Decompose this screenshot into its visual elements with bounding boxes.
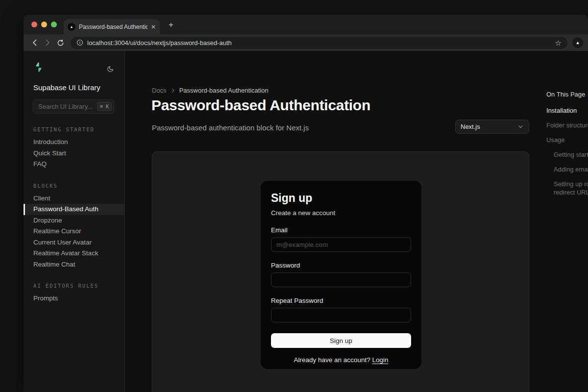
sidebar-item-realtime-cursor[interactable]: Realtime Cursor bbox=[24, 226, 124, 237]
tab-close-icon[interactable]: ✕ bbox=[151, 24, 156, 30]
toc-title: On This Page bbox=[546, 91, 588, 98]
tab-title: Password-based Authentication bbox=[79, 24, 147, 30]
page-subtitle: Password-based authentication block for … bbox=[152, 123, 309, 132]
minimize-window-button[interactable] bbox=[41, 22, 47, 27]
breadcrumb-current: Password-based Authentication bbox=[179, 87, 269, 94]
password-input[interactable] bbox=[271, 272, 411, 287]
reload-button[interactable] bbox=[54, 36, 67, 49]
sidebar-item-password-based-auth[interactable]: Password-Based Auth bbox=[24, 204, 124, 215]
nav-section-getting-started: GETTING STARTED Introduction Quick Start… bbox=[24, 126, 124, 170]
sidebar-item-faq[interactable]: FAQ bbox=[24, 159, 124, 170]
window-controls bbox=[31, 22, 57, 27]
signup-card-subtitle: Create a new account bbox=[271, 209, 411, 217]
chevron-right-icon bbox=[170, 88, 176, 94]
info-icon[interactable] bbox=[76, 39, 83, 46]
close-window-button[interactable] bbox=[31, 22, 37, 27]
component-preview-panel: Sign up Create a new account Email Passw… bbox=[152, 151, 529, 392]
password-field-group: Password bbox=[271, 262, 411, 287]
forward-button[interactable] bbox=[41, 36, 54, 49]
supabase-logo-icon[interactable] bbox=[33, 62, 44, 73]
on-this-page-nav: On This Page Installation Folder structu… bbox=[546, 91, 588, 203]
toc-item-folder-structure[interactable]: Folder structure bbox=[546, 121, 588, 129]
main-content: Docs Password-based Authentication Passw… bbox=[125, 51, 588, 392]
back-button[interactable] bbox=[28, 36, 41, 49]
vercel-logo-icon: ▲ bbox=[68, 23, 75, 31]
repeat-password-field-group: Repeat Password bbox=[271, 297, 411, 322]
email-label: Email bbox=[271, 226, 411, 234]
email-input[interactable] bbox=[271, 237, 411, 252]
new-tab-button[interactable]: + bbox=[169, 21, 173, 29]
browser-toolbar: localhost:3004/ui/docs/nextjs/password-b… bbox=[24, 34, 588, 51]
sidebar-item-current-user-avatar[interactable]: Current User Avatar bbox=[24, 237, 124, 248]
repeat-password-input[interactable] bbox=[271, 308, 411, 322]
nav-section-header: AI EDITORS RULES bbox=[24, 283, 124, 289]
sidebar: Supabase UI Library ⌘ K GETTING STARTED … bbox=[24, 51, 125, 392]
toc-item-installation[interactable]: Installation bbox=[546, 106, 588, 115]
profile-avatar[interactable]: ▲ bbox=[572, 37, 583, 48]
toc-item-getting-started[interactable]: Getting started bbox=[554, 150, 588, 159]
url-text: localhost:3004/ui/docs/nextjs/password-b… bbox=[87, 39, 551, 47]
nav-section-header: GETTING STARTED bbox=[24, 126, 124, 132]
signup-card-footer: Already have an account? Login bbox=[271, 356, 411, 364]
password-label: Password bbox=[271, 262, 411, 269]
sidebar-item-dropzone[interactable]: Dropzone bbox=[24, 215, 124, 226]
toc-item-adding-email[interactable]: Adding email confirmation bbox=[554, 165, 588, 173]
signup-submit-button[interactable]: Sign up bbox=[271, 333, 411, 348]
sidebar-item-client[interactable]: Client bbox=[24, 193, 124, 204]
sidebar-item-realtime-chat[interactable]: Realtime Chat bbox=[24, 259, 124, 270]
nav-section-ai-editors-rules: AI EDITORS RULES Prompts bbox=[24, 283, 124, 304]
page-viewport: Supabase UI Library ⌘ K GETTING STARTED … bbox=[24, 51, 588, 392]
page-title: Password-based Authentication bbox=[151, 97, 370, 114]
email-field-group: Email bbox=[271, 226, 411, 252]
url-bar[interactable]: localhost:3004/ui/docs/nextjs/password-b… bbox=[71, 37, 567, 49]
signup-card-title: Sign up bbox=[271, 192, 411, 205]
repeat-password-label: Repeat Password bbox=[271, 297, 411, 304]
browser-tab[interactable]: ▲ Password-based Authentication ✕ bbox=[64, 19, 160, 34]
bookmark-star-icon[interactable]: ☆ bbox=[555, 39, 562, 47]
tab-strip: ▲ Password-based Authentication ✕ + bbox=[24, 15, 588, 34]
framework-select[interactable]: Next.js bbox=[455, 120, 529, 134]
arrow-left-icon bbox=[31, 39, 39, 47]
arrow-right-icon bbox=[44, 39, 51, 47]
search-box: ⌘ K bbox=[33, 99, 115, 114]
login-link[interactable]: Login bbox=[372, 356, 388, 364]
nav-section-header: BLOCKS bbox=[24, 183, 124, 189]
nav-section-blocks: BLOCKS Client Password-Based Auth Dropzo… bbox=[24, 183, 124, 270]
reload-icon bbox=[57, 39, 64, 47]
toc-item-usage[interactable]: Usage bbox=[546, 136, 588, 144]
maximize-window-button[interactable] bbox=[51, 22, 57, 27]
theme-toggle-moon-icon[interactable] bbox=[107, 66, 114, 73]
browser-window: ▲ Password-based Authentication ✕ + loca… bbox=[24, 15, 588, 392]
toc-item-redirect-urls[interactable]: Setting up routes and redirect URLs bbox=[554, 180, 588, 196]
sidebar-title: Supabase UI Library bbox=[24, 83, 124, 92]
breadcrumb-docs-link[interactable]: Docs bbox=[152, 87, 167, 94]
chevron-down-icon bbox=[517, 123, 524, 130]
sidebar-item-prompts[interactable]: Prompts bbox=[24, 293, 124, 304]
footer-text: Already have an account? bbox=[294, 356, 372, 364]
sidebar-item-introduction[interactable]: Introduction bbox=[24, 137, 124, 148]
signup-card: Sign up Create a new account Email Passw… bbox=[261, 181, 421, 369]
breadcrumb: Docs Password-based Authentication bbox=[152, 87, 269, 94]
framework-select-value: Next.js bbox=[461, 123, 480, 130]
sidebar-item-realtime-avatar-stack[interactable]: Realtime Avatar Stack bbox=[24, 248, 124, 259]
search-shortcut-badge: ⌘ K bbox=[97, 102, 112, 111]
sidebar-item-quick-start[interactable]: Quick Start bbox=[24, 148, 124, 159]
